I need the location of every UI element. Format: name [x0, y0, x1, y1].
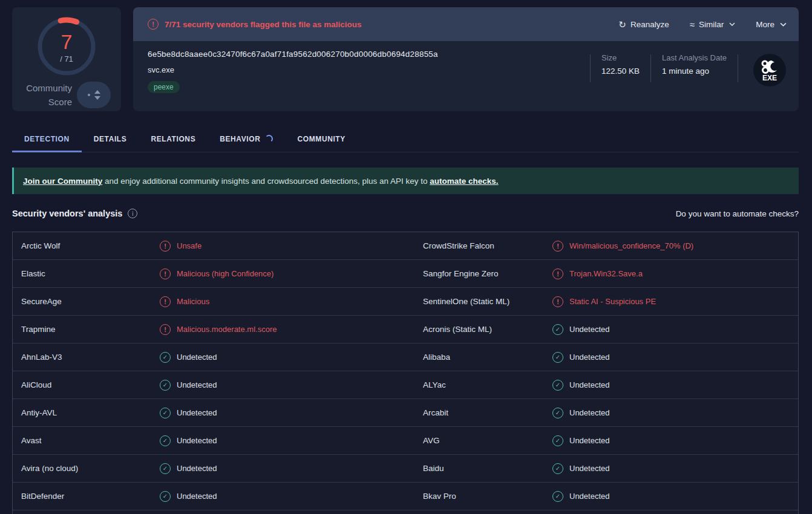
- tab-behavior[interactable]: BEHAVIOR: [208, 127, 285, 152]
- vendor-name: Elastic: [13, 269, 160, 278]
- divider: [650, 54, 651, 82]
- table-row: Elastic!Malicious (high Confidence)Sangf…: [13, 260, 798, 288]
- result-text: Undetected: [569, 353, 610, 362]
- vendor-result: !Malicious.moderate.ml.score: [160, 324, 414, 335]
- section-title-group: Security vendors' analysis i: [12, 209, 137, 218]
- result-text: Unsafe: [177, 241, 201, 250]
- vendor-result: ✓Undetected: [160, 435, 414, 446]
- divider: [738, 54, 738, 82]
- alert-exclamation-icon: !: [148, 19, 159, 30]
- vendor-name: Avast: [13, 436, 160, 445]
- result-text: Undetected: [177, 492, 217, 501]
- vendor-result: ✓Undetected: [552, 463, 798, 474]
- loading-spinner-icon: [265, 135, 273, 143]
- exe-filetype-icon: EXE: [753, 53, 787, 87]
- file-identity: 6e5be8dc8aaee0c32470f6c67a0af71fa9562d00…: [148, 50, 438, 111]
- vendors-analysis-table: Arctic Wolf!UnsafeCrowdStrike Falcon!Win…: [12, 232, 799, 514]
- vendor-result: ✓Undetected: [552, 380, 798, 391]
- join-community-link[interactable]: Join our Community: [23, 177, 102, 186]
- result-text: Undetected: [569, 436, 610, 445]
- result-text: Malicious: [177, 297, 209, 306]
- result-text: Static AI - Suspicious PE: [569, 297, 656, 306]
- malicious-alert-icon: !: [160, 241, 171, 252]
- tab-details[interactable]: DETAILS: [82, 127, 139, 152]
- vendor-result: ✓Undetected: [552, 324, 798, 335]
- result-text: Undetected: [569, 325, 610, 334]
- vote-down-icon[interactable]: [94, 96, 100, 100]
- result-text: Undetected: [569, 492, 610, 501]
- size-value: 122.50 KB: [601, 67, 640, 76]
- undetected-check-icon: ✓: [160, 408, 171, 418]
- similar-label: Similar: [699, 20, 724, 29]
- detection-alert-bar: ! 7/71 security vendors flagged this fil…: [133, 7, 799, 41]
- undetected-check-icon: ✓: [160, 491, 171, 502]
- vote-up-icon[interactable]: [94, 90, 100, 94]
- reanalyze-icon: ↻: [618, 20, 626, 29]
- detections-count: 7: [33, 30, 100, 54]
- file-size: Size 122.50 KB: [601, 53, 640, 76]
- vote-dot-icon: [88, 94, 90, 96]
- vendor-name: Antiy-AVL: [13, 408, 160, 417]
- vendor-name: ALYac: [414, 380, 552, 389]
- info-icon[interactable]: i: [128, 209, 137, 218]
- table-row: BitDefender✓UndetectedBkav Pro✓Undetecte…: [13, 483, 798, 510]
- table-row: AliCloud✓UndetectedALYac✓Undetected: [13, 371, 798, 399]
- vendor-name: CrowdStrike Falcon: [414, 241, 552, 250]
- table-row: Antiy-AVL✓UndetectedArcabit✓Undetected: [13, 399, 798, 427]
- tag-peexe[interactable]: peexe: [148, 81, 180, 93]
- banner-text: Join our Community and enjoy additional …: [23, 177, 499, 186]
- file-info-card: ! 7/71 security vendors flagged this fil…: [133, 7, 799, 111]
- report-tabs: DETECTION DETAILS RELATIONS BEHAVIOR COM…: [12, 127, 799, 152]
- automate-checks-link[interactable]: automate checks.: [430, 177, 498, 186]
- alert-message: ! 7/71 security vendors flagged this fil…: [148, 19, 362, 30]
- vendor-name: Trapmine: [13, 325, 160, 334]
- result-text: Win/malicious_confidence_70% (D): [569, 241, 693, 250]
- tab-community[interactable]: COMMUNITY: [285, 127, 357, 152]
- undetected-check-icon: ✓: [552, 408, 563, 418]
- community-vote-widget[interactable]: [77, 82, 111, 108]
- community-score-row: Community Score: [22, 81, 111, 109]
- malicious-alert-icon: !: [160, 324, 171, 335]
- banner-middle-text: and enjoy additional community insights …: [102, 177, 430, 186]
- tab-detection[interactable]: DETECTION: [12, 127, 82, 152]
- vendor-result: ✓Undetected: [552, 352, 798, 363]
- table-row: AhnLab-V3✓UndetectedAlibaba✓Undetected: [13, 343, 798, 371]
- undetected-check-icon: ✓: [552, 435, 563, 446]
- vendor-result: !Trojan.Win32.Save.a: [552, 268, 798, 279]
- vendor-result: ✓Undetected: [160, 408, 414, 418]
- reanalyze-button[interactable]: ↻ Reanalyze: [618, 20, 669, 29]
- undetected-check-icon: ✓: [160, 435, 171, 446]
- vote-arrows: [94, 90, 100, 100]
- malicious-alert-icon: !: [552, 268, 563, 279]
- table-row: [13, 510, 798, 514]
- alert-text: 7/71 security vendors flagged this file …: [165, 20, 362, 29]
- vendor-result: !Malicious: [160, 296, 414, 307]
- last-analysis: Last Analysis Date 1 minute ago: [662, 53, 727, 76]
- join-community-banner: Join our Community and enjoy additional …: [12, 168, 799, 194]
- similar-button[interactable]: ≈ Similar: [690, 20, 736, 29]
- automate-checks-prompt[interactable]: Do you want to automate checks?: [676, 209, 799, 218]
- file-meta: Size 122.50 KB Last Analysis Date 1 minu…: [590, 50, 787, 111]
- vendor-name: Sangfor Engine Zero: [414, 269, 552, 278]
- more-button[interactable]: More: [756, 20, 787, 29]
- vendor-result: ✓Undetected: [160, 380, 414, 391]
- vendor-result: !Unsafe: [160, 241, 414, 252]
- tab-relations[interactable]: RELATIONS: [139, 127, 208, 152]
- table-row: Arctic Wolf!UnsafeCrowdStrike Falcon!Win…: [13, 232, 798, 260]
- undetected-check-icon: ✓: [160, 463, 171, 474]
- header-actions: ↻ Reanalyze ≈ Similar More: [618, 20, 787, 29]
- vendor-result: !Win/malicious_confidence_70% (D): [552, 241, 798, 252]
- undetected-check-icon: ✓: [552, 352, 563, 363]
- malicious-alert-icon: !: [552, 296, 563, 307]
- vendor-name: AliCloud: [13, 380, 160, 389]
- table-row: Avast✓UndetectedAVG✓Undetected: [13, 427, 798, 455]
- vendor-result: ✓Undetected: [160, 463, 414, 474]
- vendor-name: Avira (no cloud): [13, 464, 160, 473]
- vendor-result: ✓Undetected: [160, 491, 414, 502]
- file-hash: 6e5be8dc8aaee0c32470f6c67a0af71fa9562d00…: [148, 50, 438, 59]
- result-text: Undetected: [177, 353, 217, 362]
- vendor-result: !Static AI - Suspicious PE: [552, 296, 798, 307]
- detections-total: / 71: [33, 54, 100, 63]
- undetected-check-icon: ✓: [160, 380, 171, 391]
- more-label: More: [756, 20, 774, 29]
